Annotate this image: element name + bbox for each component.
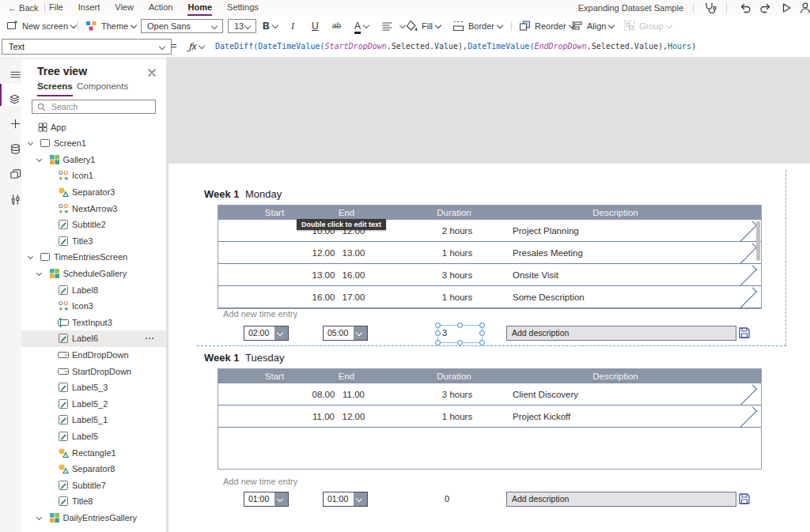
group-button[interactable]: Group [623,16,672,36]
tree-item-textinput3[interactable]: TextInput3 [21,315,166,331]
tree-item-nextarrow3[interactable]: NextArrow3 [21,201,166,217]
start-time-dropdown[interactable]: 02:00 [244,326,289,341]
table-row[interactable]: 12.0013.001 hoursPresales Meeting [218,242,761,264]
tree-item-subtitle7[interactable]: Subtitle7 [21,477,166,494]
tree-item-timeentriesscreen[interactable]: TimeEntriesScreen [21,249,166,266]
tree-item-schedulegallery[interactable]: ScheduleGallery [21,266,166,282]
tree-item-enddropdown[interactable]: EndDropDown [21,347,166,364]
tree-item-separator8[interactable]: Separator8 [21,461,166,477]
resize-handle[interactable] [479,340,485,345]
formula-input[interactable]: DateDiff(DateTimeValue(StartDropDown.Sel… [215,36,696,57]
redo-icon[interactable] [759,2,772,14]
theme-button[interactable]: Theme [85,16,136,36]
resize-handle[interactable] [435,330,441,336]
chevron-right-icon[interactable] [736,243,757,263]
menu-item-view[interactable]: View [115,0,134,16]
tree-item-label5_2[interactable]: Label5_2 [21,396,166,413]
rail-item-insert[interactable] [0,108,21,130]
chevron-down-icon[interactable] [28,254,33,259]
menu-item-home[interactable]: Home [187,0,212,16]
border-button[interactable]: Border [452,16,502,36]
chevron-down-icon[interactable] [274,492,288,506]
property-select[interactable]: Text [2,39,172,55]
duration-value-label[interactable]: 0 [445,492,449,507]
reorder-button[interactable]: Reorder [519,16,574,36]
tree-item-label5[interactable]: Label5 [21,428,166,445]
italic-button[interactable]: I [291,16,294,36]
back-button[interactable]: ← Back [8,0,39,16]
chevron-down-icon[interactable] [36,515,42,520]
tab-screens[interactable]: Screens [37,81,73,96]
description-input[interactable]: Add description [506,326,736,341]
rail-item-menu[interactable] [0,59,21,81]
table-row[interactable]: 08.0011.003 hoursClient Discovery [218,383,761,406]
tree-item-label5_1[interactable]: Label5_1 [21,412,166,428]
menu-item-settings[interactable]: Settings [227,0,259,16]
resize-handle[interactable] [479,330,485,336]
tree-item-title8[interactable]: Title8 [21,493,166,510]
tab-components[interactable]: Components [77,81,128,95]
bold-button[interactable]: B [263,16,278,36]
share-person-icon[interactable] [799,2,810,14]
save-icon[interactable] [738,326,751,339]
tree-item-icon1[interactable]: Icon1 [21,168,166,184]
resize-handle[interactable] [457,323,463,328]
table-row[interactable]: 13.0016.003 hoursOnsite Visit [218,264,761,286]
resize-handle[interactable] [435,340,441,345]
chevron-right-icon[interactable] [736,221,757,241]
underline-button[interactable]: U [312,16,319,36]
table-scrollbar[interactable] [756,221,760,261]
resize-handle[interactable] [435,323,441,328]
new-screen-button[interactable]: New screen [6,16,76,36]
menu-item-action[interactable]: Action [149,0,173,16]
align-button[interactable]: Align [571,16,614,36]
more-options-icon[interactable] [144,334,155,345]
rail-item-data[interactable] [0,134,21,156]
chevron-right-icon[interactable] [736,406,757,427]
tree-item-label5_3[interactable]: Label5_3 [21,379,166,396]
tree-item-label8[interactable]: Label8 [21,282,166,299]
search-input[interactable] [50,100,154,113]
undo-icon[interactable] [739,2,751,14]
resize-handle[interactable] [457,340,463,345]
chevron-down-icon[interactable] [354,326,367,340]
chevron-right-icon[interactable] [736,265,757,285]
save-icon[interactable] [738,492,751,505]
tree-item-screen1[interactable]: Screen1 [21,135,166,152]
description-input[interactable]: Add description [506,492,736,507]
chevron-down-icon[interactable] [28,140,33,145]
tree-item-app[interactable]: App [21,119,166,136]
end-time-dropdown[interactable]: 05:00 [323,326,368,341]
chevron-right-icon[interactable] [736,384,757,405]
preview-play-icon[interactable] [780,2,793,14]
tree-item-rectangle1[interactable]: Rectangle1 [21,445,166,462]
table-row[interactable]: 11.0012.001 hoursProject Kickoff [218,406,761,428]
font-family-select[interactable]: Open Sans [141,19,223,33]
fx-button[interactable]: ƒx [188,38,204,55]
chevron-down-icon[interactable] [36,157,42,162]
start-time-dropdown[interactable]: 01:00 [244,492,289,507]
text-align-button[interactable] [381,16,405,36]
fill-button[interactable]: Fill [406,16,441,36]
end-time-dropdown[interactable]: 01:00 [323,492,368,507]
font-color-button[interactable]: A [354,16,369,36]
chevron-down-icon[interactable] [354,492,367,506]
chevron-down-icon[interactable] [274,326,288,340]
table-row[interactable]: 16.0017.001 hoursSome Description [218,286,761,308]
tree-item-title3[interactable]: Title3 [21,233,166,250]
close-icon[interactable] [147,66,157,76]
rail-item-advanced-tools[interactable] [0,184,21,206]
menu-item-file[interactable]: File [49,0,63,16]
rail-item-tree-view[interactable] [0,84,23,106]
tree-item-label6[interactable]: Label6 [21,330,166,347]
tree-item-dailyentriesgallery[interactable]: DailyEntriesGallery [21,510,166,526]
tree-item-startdropdown[interactable]: StartDropDown [21,364,166,380]
tree-item-separator3[interactable]: Separator3 [21,184,166,201]
font-size-select[interactable]: 13 [228,19,256,33]
chevron-down-icon[interactable] [36,270,42,276]
strikethrough-button[interactable]: ab [332,16,341,36]
menu-item-insert[interactable]: Insert [78,0,100,16]
chevron-right-icon[interactable] [736,287,757,308]
tree-item-subtitle2[interactable]: Subtitle2 [21,217,166,233]
tree-item-icon3[interactable]: Icon3 [21,298,166,315]
